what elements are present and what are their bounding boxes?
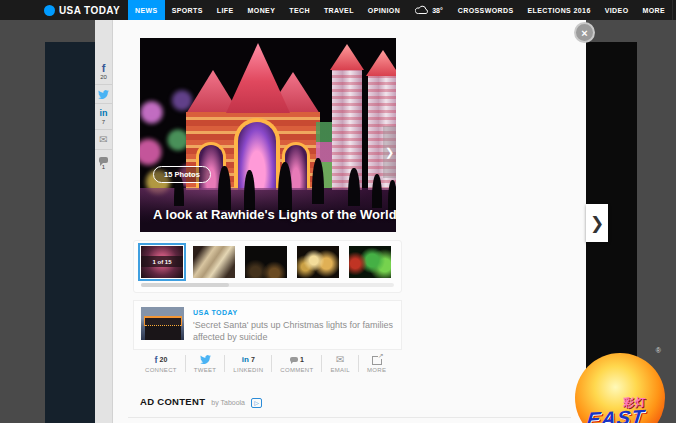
gallery-hero-photo[interactable]: ❯ 15 Photos A look at Rawhide's Lights o… [140,38,396,232]
linkedin-icon: in [100,109,108,118]
comment-count: 1 [300,356,304,363]
email-label: EMAIL [330,367,350,373]
related-story-headline: 'Secret Santa' puts up Christmas lights … [193,319,394,343]
share-box-icon [372,356,382,365]
facebook-share-button[interactable]: f 20 [95,58,112,84]
twitter-icon [200,355,211,364]
ad-content-header: AD CONTENT by Taboola ▷ [140,396,262,408]
photo-art-cathedral [226,43,290,113]
next-gallery-button[interactable]: ❯ [586,204,608,242]
email-icon: ✉ [99,135,107,145]
thumbnail-5[interactable] [349,246,391,278]
thumbnail-4[interactable] [297,246,339,278]
linkedin-count: 7 [102,119,105,125]
linkedin-button[interactable]: in 7 LINKEDIN [225,354,271,373]
facebook-icon: f [102,63,106,73]
page: USA TODAY NEWS SPORTS LIFE MONEY TECH TR… [0,0,676,423]
search-button[interactable] [672,0,676,20]
facebook-count: 20 [100,74,107,80]
related-story-image [141,307,184,340]
more-label: MORE [367,367,386,373]
nav-tab-crosswords[interactable]: CROSSWORDS [451,0,521,20]
nav-tab-video[interactable]: VIDEO [598,0,636,20]
thumbnail-scrollbar-track[interactable] [141,283,394,287]
position-badge: 1 of 15 [141,256,183,267]
gallery-lightbox-panel: ❯ 15 Photos A look at Rawhide's Lights o… [113,20,586,423]
email-share-button[interactable]: ✉ [95,129,112,149]
linkedin-share-button[interactable]: in 7 [95,103,112,129]
comments-button[interactable]: 1 [95,149,112,174]
taboola-attribution[interactable]: by Taboola [211,399,245,406]
background-left-column [45,42,95,423]
twitter-share-button[interactable] [95,84,112,103]
thumbnail-2[interactable] [193,246,235,278]
nav-tab-opinion[interactable]: OPINION [361,0,407,20]
registered-mark: ® [656,347,661,354]
top-nav: USA TODAY NEWS SPORTS LIFE MONEY TECH TR… [0,0,676,20]
photo-count-badge[interactable]: 15 Photos [153,166,211,183]
related-story[interactable]: USA TODAY 'Secret Santa' puts up Christm… [133,300,402,350]
usatoday-logo[interactable]: USA TODAY [44,0,128,20]
gallery-title: A look at Rawhide's Lights of the World [153,207,396,224]
twitter-icon [98,90,109,99]
nav-tab-tech[interactable]: TECH [282,0,317,20]
connect-count: 20 [159,356,167,363]
thumbnail-3[interactable] [245,246,287,278]
nav-tab-news[interactable]: NEWS [128,0,165,20]
tweet-label: TWEET [194,367,217,373]
carousel-next-arrow[interactable]: ❯ [383,126,396,178]
thumbnail-scrollbar-thumb[interactable] [141,283,229,287]
linkedin-icon: in [242,355,249,364]
email-icon: ✉ [336,355,344,365]
taboola-icon[interactable]: ▷ [251,398,262,408]
nav-icon-group [672,0,676,20]
linkedin-label: LINKEDIN [233,367,263,373]
usatoday-wordmark: USA TODAY [59,5,120,16]
nav-tab-travel[interactable]: TRAVEL [317,0,361,20]
related-story-source: USA TODAY [193,309,394,316]
tweet-button[interactable]: TWEET [186,354,225,373]
more-share-button[interactable]: MORE [359,354,394,373]
nav-tab-money[interactable]: MONEY [241,0,283,20]
east-wordmark: EAST [585,406,646,423]
section-divider [128,417,571,418]
comment-button[interactable]: 1 COMMENT [272,354,321,373]
comment-icon [99,157,108,163]
usatoday-ball-icon [44,5,55,16]
connect-label: CONNECT [145,367,177,373]
cloud-icon [415,5,429,15]
email-button[interactable]: ✉ EMAIL [322,354,358,373]
share-bar: f 20 CONNECT TWEET [137,354,394,373]
weather-widget[interactable]: 38° [407,0,451,20]
social-share-rail: f 20 in 7 ✉ 1 [95,20,113,423]
nav-tab-more[interactable]: MORE [635,0,672,20]
ad-content-title: AD CONTENT [140,396,205,407]
comment-label: COMMENT [280,367,313,373]
facebook-icon: f [154,355,157,365]
thumbnail-strip: 1 of 15 [133,240,402,293]
nav-tab-sports[interactable]: SPORTS [165,0,210,20]
comment-icon [290,357,298,362]
connect-button[interactable]: f 20 CONNECT [137,354,185,373]
close-lightbox-button[interactable]: × [574,22,595,43]
east-lanterns-ad[interactable]: ® 东 彩灯 EAST [575,335,667,423]
linkedin-count: 7 [251,356,255,363]
nav-tab-elections[interactable]: ELECTIONS 2016 [521,0,598,20]
nav-tab-life[interactable]: LIFE [210,0,241,20]
weather-temp: 38° [432,7,443,14]
dimmed-backdrop[interactable]: f 20 in 7 ✉ 1 [0,20,676,423]
thumbnail-1[interactable]: 1 of 15 [141,246,183,278]
